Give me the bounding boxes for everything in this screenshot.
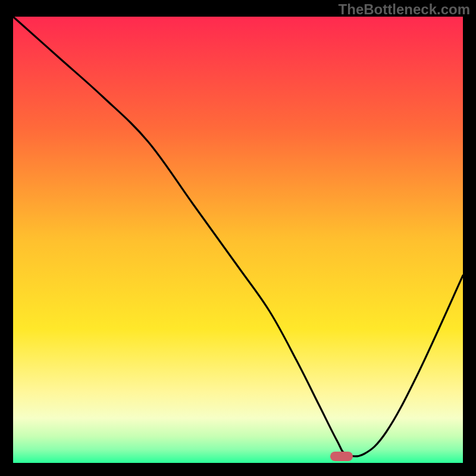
optimal-marker <box>330 452 353 461</box>
chart-curve <box>13 17 463 463</box>
bottleneck-curve-path <box>13 17 463 456</box>
chart-frame <box>13 17 463 463</box>
watermark-text: TheBottleneck.com <box>339 1 470 18</box>
